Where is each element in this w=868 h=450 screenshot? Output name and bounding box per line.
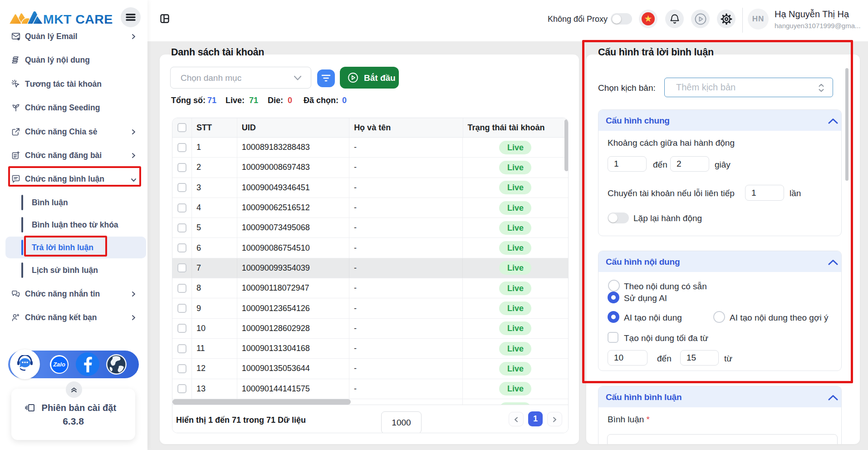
svg-text:MKT CARE: MKT CARE <box>43 12 113 25</box>
